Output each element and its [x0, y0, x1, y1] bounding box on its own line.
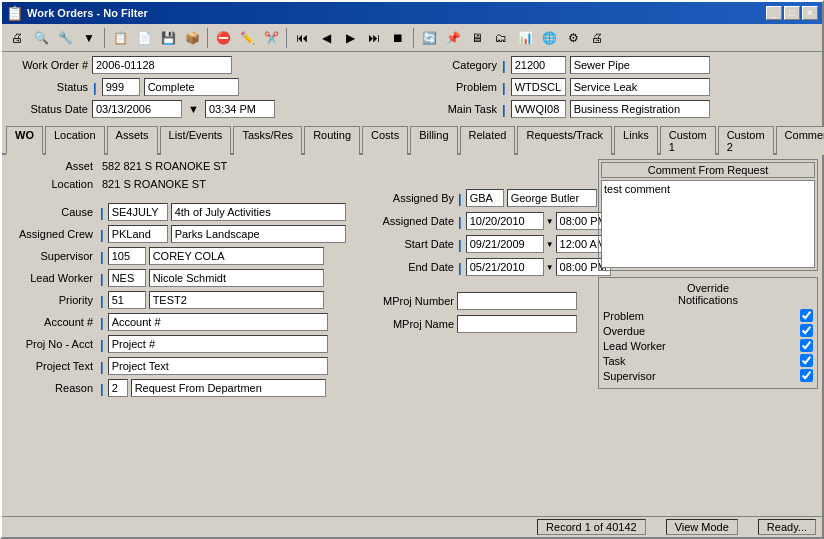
tab-assets[interactable]: Assets	[107, 126, 158, 155]
toolbar-cancel[interactable]: ⛔	[212, 27, 234, 49]
right-panel: Comment From Request test comment Overri…	[598, 159, 818, 512]
tab-custom2[interactable]: Custom 2	[718, 126, 774, 155]
crew-pipe: |	[99, 227, 105, 242]
toolbar-save[interactable]: 💾	[157, 27, 179, 49]
tab-custom1[interactable]: Custom 1	[660, 126, 716, 155]
toolbar-settings[interactable]: ⚙	[562, 27, 584, 49]
reason-text-input[interactable]	[131, 379, 326, 397]
close-button[interactable]: ✕	[802, 6, 818, 20]
status-code-input[interactable]	[102, 78, 140, 96]
tab-related[interactable]: Related	[460, 126, 516, 155]
lead-worker-override-checkbox[interactable]	[800, 339, 813, 352]
account-num-input[interactable]	[108, 313, 328, 331]
status-text-input[interactable]	[144, 78, 239, 96]
tab-listevents[interactable]: List/Events	[160, 126, 232, 155]
toolbar-refresh[interactable]: 🔄	[418, 27, 440, 49]
reason-row: Reason |	[6, 379, 370, 397]
toolbar-new[interactable]: 📋	[109, 27, 131, 49]
proj-no-row: Proj No - Acct |	[6, 335, 370, 353]
tab-location[interactable]: Location	[45, 126, 105, 155]
toolbar-search[interactable]: 🔍	[30, 27, 52, 49]
status-time-input[interactable]	[205, 100, 275, 118]
assigned-date-input[interactable]	[466, 212, 544, 230]
assigned-date-arrow[interactable]: ▼	[546, 217, 554, 226]
toolbar-chart[interactable]: 📊	[514, 27, 536, 49]
reason-code-input[interactable]	[108, 379, 128, 397]
assigned-by-text-input[interactable]	[507, 189, 597, 207]
crew-text-input[interactable]	[171, 225, 346, 243]
tab-wo[interactable]: WO	[6, 126, 43, 155]
toolbar-screen[interactable]: 🖥	[466, 27, 488, 49]
lead-worker-label: Lead Worker	[6, 272, 96, 284]
tab-comments[interactable]: Comments	[776, 126, 824, 155]
end-date-input[interactable]	[466, 258, 544, 276]
toolbar-last[interactable]: ⏭	[363, 27, 385, 49]
toolbar-tools[interactable]: 🔧	[54, 27, 76, 49]
problem-code-input[interactable]	[511, 78, 566, 96]
toolbar-open[interactable]: 📄	[133, 27, 155, 49]
priority-label: Priority	[6, 294, 96, 306]
toolbar-pkg[interactable]: 📦	[181, 27, 203, 49]
category-text-input[interactable]	[570, 56, 710, 74]
main-task-code-input[interactable]	[511, 100, 566, 118]
toolbar-dropdown[interactable]: ▼	[78, 27, 100, 49]
cause-code-input[interactable]	[108, 203, 168, 221]
lead-worker-code-input[interactable]	[108, 269, 146, 287]
toolbar-next[interactable]: ▶	[339, 27, 361, 49]
toolbar-first[interactable]: ⏮	[291, 27, 313, 49]
date-dropdown-arrow[interactable]: ▼	[186, 103, 201, 115]
work-order-input[interactable]	[92, 56, 232, 74]
lead-worker-row: Lead Worker |	[6, 269, 370, 287]
toolbar-cut[interactable]: ✂️	[260, 27, 282, 49]
crew-code-input[interactable]	[108, 225, 168, 243]
status-date-input[interactable]	[92, 100, 182, 118]
toolbar-folder[interactable]: 🗂	[490, 27, 512, 49]
start-date-input[interactable]	[466, 235, 544, 253]
end-date-arrow[interactable]: ▼	[546, 263, 554, 272]
overdue-checkbox[interactable]	[800, 324, 813, 337]
toolbar-edit[interactable]: ✏️	[236, 27, 258, 49]
location-value: 821 S ROANOKE ST	[99, 177, 209, 191]
toolbar-stop[interactable]: ⏹	[387, 27, 409, 49]
supervisor-code-input[interactable]	[108, 247, 146, 265]
assigned-by-code-input[interactable]	[466, 189, 504, 207]
tab-billing[interactable]: Billing	[410, 126, 457, 155]
toolbar-prev[interactable]: ◀	[315, 27, 337, 49]
mproj-name-input[interactable]	[457, 315, 577, 333]
tab-requeststrack[interactable]: Requests/Track	[517, 126, 612, 155]
cause-text-input[interactable]	[171, 203, 346, 221]
lead-worker-override-row: Lead Worker	[603, 339, 813, 352]
problem-text-input[interactable]	[570, 78, 710, 96]
proj-no-input[interactable]	[108, 335, 328, 353]
main-window: 📋 Work Orders - No Filter _ □ ✕ 🖨 🔍 🔧 ▼ …	[0, 0, 824, 539]
start-date-arrow[interactable]: ▼	[546, 240, 554, 249]
main-task-text-input[interactable]	[570, 100, 710, 118]
window-icon: 📋	[6, 5, 23, 21]
supervisor-text-input[interactable]	[149, 247, 324, 265]
task-override-row: Task	[603, 354, 813, 367]
maximize-button[interactable]: □	[784, 6, 800, 20]
record-count: Record 1 of 40142	[537, 519, 646, 535]
mproj-number-input[interactable]	[457, 292, 577, 310]
problem-label: Problem	[417, 81, 497, 93]
tab-links[interactable]: Links	[614, 126, 658, 155]
category-code-input[interactable]	[511, 56, 566, 74]
status-bar: Record 1 of 40142 View Mode Ready...	[2, 516, 822, 537]
toolbar-print[interactable]: 🖨	[6, 27, 28, 49]
tab-tasksres[interactable]: Tasks/Res	[233, 126, 302, 155]
tab-routing[interactable]: Routing	[304, 126, 360, 155]
toolbar-pin[interactable]: 📌	[442, 27, 464, 49]
task-override-checkbox[interactable]	[800, 354, 813, 367]
assigned-crew-label: Assigned Crew	[6, 228, 96, 240]
toolbar-web[interactable]: 🌐	[538, 27, 560, 49]
priority-code-input[interactable]	[108, 291, 146, 309]
minimize-button[interactable]: _	[766, 6, 782, 20]
problem-override-checkbox[interactable]	[800, 309, 813, 322]
tab-costs[interactable]: Costs	[362, 126, 408, 155]
toolbar-print2[interactable]: 🖨	[586, 27, 608, 49]
lead-worker-text-input[interactable]	[149, 269, 324, 287]
supervisor-override-checkbox[interactable]	[800, 369, 813, 382]
comment-textarea[interactable]: test comment	[604, 183, 812, 263]
priority-text-input[interactable]	[149, 291, 324, 309]
project-text-input[interactable]	[108, 357, 328, 375]
